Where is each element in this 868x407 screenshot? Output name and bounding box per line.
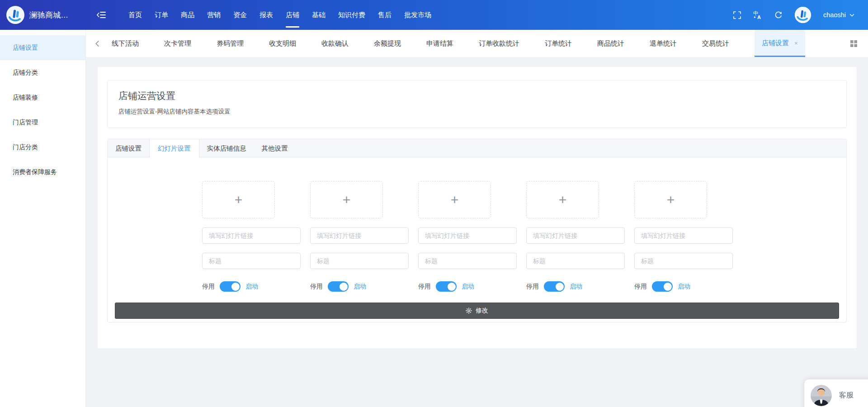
slides-tab-panel: + 停用 启动 + 停用 启动 + 停用 启动: [108, 157, 846, 319]
slide-link-input[interactable]: [634, 227, 733, 244]
header-actions: 中 A chaoshi: [733, 7, 868, 23]
language-icon[interactable]: 中 A: [753, 10, 762, 19]
open-tab[interactable]: 订单收款统计: [479, 30, 519, 57]
slide-slot: + 停用 启动: [634, 181, 733, 292]
plus-icon: +: [451, 193, 459, 207]
settings-tab[interactable]: 店铺设置: [108, 139, 149, 157]
open-tab[interactable]: 线下活动: [112, 30, 139, 57]
slide-enable-switch[interactable]: [220, 281, 241, 292]
open-tabs-bar: 线下活动次卡管理券码管理收支明细收款确认余额提现申请结算订单收款统计订单统计商品…: [86, 30, 868, 57]
sidebar-item[interactable]: 门店管理: [0, 110, 85, 135]
slide-title-input[interactable]: [418, 253, 517, 269]
slide-enable-switch[interactable]: [328, 281, 349, 292]
settings-tab[interactable]: 其他设置: [254, 139, 296, 157]
top-navbar: 澜驰商城... 首页订单商品营销资金报表店铺基础知识付费售后批发市场 中 A: [0, 0, 868, 30]
customer-service-widget[interactable]: 客服: [804, 379, 868, 407]
switch-on-label: 启动: [245, 283, 258, 291]
tab-strip: 线下活动次卡管理券码管理收支明细收款确认余额提现申请结算订单收款统计订单统计商品…: [112, 30, 837, 57]
page-header-card: 店铺运营设置 店铺运营设置-网站店铺内容基本选项设置: [107, 80, 847, 128]
nav-item[interactable]: 基础: [312, 0, 326, 30]
nav-item[interactable]: 订单: [155, 0, 168, 30]
slide-link-input[interactable]: [418, 227, 517, 244]
switch-on-label: 启动: [354, 283, 366, 291]
user-menu[interactable]: chaoshi: [823, 11, 854, 19]
switch-knob: [448, 283, 456, 291]
page-panel: 店铺运营设置 店铺运营设置-网站店铺内容基本选项设置 店铺设置幻灯片设置实体店铺…: [98, 67, 857, 348]
page-subtitle: 店铺运营设置-网站店铺内容基本选项设置: [118, 108, 835, 116]
switch-off-label: 停用: [526, 283, 539, 291]
sidebar-item[interactable]: 门店分类: [0, 135, 85, 160]
slide-title-input[interactable]: [310, 253, 409, 269]
slide-enable-switch[interactable]: [544, 281, 565, 292]
settings-tab-card: 店铺设置幻灯片设置实体店铺信息其他设置 + 停用 启动 + 停用 启动 +: [107, 139, 847, 322]
tab-options-grid-icon[interactable]: [850, 40, 857, 47]
switch-on-label: 启动: [462, 283, 474, 291]
fullscreen-icon[interactable]: [733, 11, 741, 19]
tab-scroll-left-icon[interactable]: [95, 41, 99, 47]
open-tab[interactable]: 券码管理: [217, 30, 244, 57]
open-tab[interactable]: 申请结算: [426, 30, 453, 57]
service-label: 客服: [839, 391, 854, 400]
slide-title-input[interactable]: [526, 253, 625, 269]
nav-item[interactable]: 批发市场: [404, 0, 431, 30]
slide-enable-switch[interactable]: [652, 281, 673, 292]
open-tab[interactable]: 交易统计: [702, 30, 729, 57]
menu-fold-icon[interactable]: [97, 11, 106, 19]
slide-upload-box[interactable]: +: [634, 181, 707, 218]
open-tab[interactable]: 余额提现: [374, 30, 401, 57]
slide-link-input[interactable]: [310, 227, 409, 244]
slide-link-input[interactable]: [526, 227, 625, 244]
nav-item[interactable]: 店铺: [286, 0, 299, 30]
service-agent-avatar: [811, 385, 832, 406]
settings-tab[interactable]: 实体店铺信息: [199, 139, 254, 157]
slide-switch-row: 停用 启动: [418, 281, 517, 292]
slides-row: + 停用 启动 + 停用 启动 + 停用 启动: [202, 181, 839, 292]
sidebar-item[interactable]: 店铺分类: [0, 60, 85, 85]
user-avatar[interactable]: [795, 7, 811, 23]
open-tab[interactable]: 退单统计: [650, 30, 677, 57]
nav-item[interactable]: 营销: [207, 0, 221, 30]
sidebar-item[interactable]: 消费者保障服务: [0, 160, 85, 185]
sidebar-item[interactable]: 店铺设置: [0, 35, 85, 60]
slide-link-input[interactable]: [202, 227, 301, 244]
switch-on-label: 启动: [678, 283, 690, 291]
nav-item[interactable]: 知识付费: [338, 0, 365, 30]
open-tab[interactable]: 店铺设置×: [755, 30, 805, 57]
brand: 澜驰商城...: [0, 6, 86, 24]
slide-switch-row: 停用 启动: [526, 281, 625, 292]
nav-item[interactable]: 报表: [259, 0, 273, 30]
sidebar-item[interactable]: 店铺装修: [0, 85, 85, 110]
nav-item[interactable]: 商品: [181, 0, 194, 30]
slide-title-input[interactable]: [202, 253, 301, 269]
slide-upload-box[interactable]: +: [202, 181, 275, 218]
switch-knob: [556, 283, 564, 291]
open-tab[interactable]: 次卡管理: [164, 30, 191, 57]
slide-upload-box[interactable]: +: [310, 181, 383, 218]
open-tab[interactable]: 订单统计: [545, 30, 572, 57]
slide-title-input[interactable]: [634, 253, 733, 269]
close-icon[interactable]: ×: [794, 40, 798, 47]
nav-item[interactable]: 售后: [378, 0, 392, 30]
slide-slot: + 停用 启动: [526, 181, 625, 292]
modify-button[interactable]: 修改: [115, 303, 839, 319]
open-tab[interactable]: 收款确认: [321, 30, 349, 57]
switch-off-label: 停用: [634, 283, 647, 291]
slide-slot: + 停用 启动: [418, 181, 517, 292]
slide-switch-row: 停用 启动: [202, 281, 301, 292]
slide-enable-switch[interactable]: [436, 281, 457, 292]
switch-knob: [231, 283, 240, 291]
gear-icon: [466, 308, 472, 314]
main-area: 线下活动次卡管理券码管理收支明细收款确认余额提现申请结算订单收款统计订单统计商品…: [86, 30, 868, 407]
nav-item[interactable]: 资金: [233, 0, 247, 30]
slide-upload-box[interactable]: +: [526, 181, 599, 218]
slide-upload-box[interactable]: +: [418, 181, 491, 218]
open-tab[interactable]: 收支明细: [269, 30, 296, 57]
slide-switch-row: 停用 启动: [310, 281, 409, 292]
settings-tab[interactable]: 幻灯片设置: [149, 139, 199, 158]
brand-name: 澜驰商城...: [29, 10, 68, 20]
sidebar: 店铺设置店铺分类店铺装修门店管理门店分类消费者保障服务: [0, 30, 86, 407]
nav-item[interactable]: 首页: [128, 0, 142, 30]
refresh-icon[interactable]: [774, 11, 783, 19]
switch-off-label: 停用: [202, 283, 215, 291]
open-tab[interactable]: 商品统计: [597, 30, 624, 57]
